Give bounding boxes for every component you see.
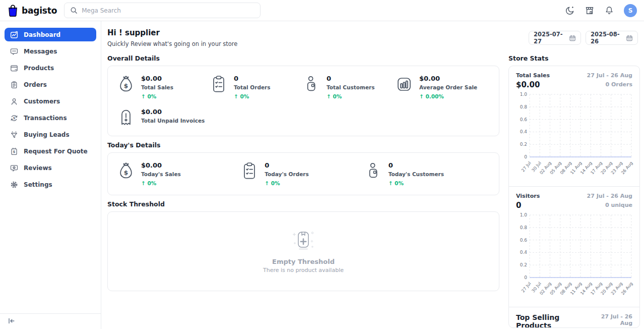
date-range-filter: 2025-07-27 2025-08-26 [529,31,638,45]
sidebar-item-messages[interactable]: Messages [5,44,96,58]
stat-average-order-sale: $0.00 Average Order Sale ↑ 0.00% [396,75,489,99]
total-sales-chart: 1.00.80.60.40.2027 Jul30 Jul02 Aug05 Aug… [516,91,632,183]
empty-box-icon [292,230,314,252]
stat-total-sales: $0.00 Total Sales ↑ 0% [118,75,211,99]
svg-text:$: $ [13,150,16,154]
svg-text:0.4: 0.4 [520,250,528,255]
empty-state-subtitle: There is no product available [263,267,344,273]
dashboard-icon [10,31,18,39]
svg-text:0: 0 [524,275,527,280]
search-icon [70,7,78,14]
svg-text:0.6: 0.6 [520,117,528,122]
svg-text:0: 0 [524,154,527,159]
sidebar-item-orders[interactable]: Orders [5,78,96,91]
reviews-icon [10,164,18,172]
messages-icon [10,47,18,56]
unpaid-invoice-icon [118,108,134,127]
stat-todays-orders: 0 Today's Orders ↑ 0% [241,161,365,186]
transactions-icon: $ [10,114,18,122]
mega-search[interactable] [64,3,261,18]
money-bag-icon [118,75,134,94]
svg-text:27 Jul: 27 Jul [521,160,532,173]
sidebar-item-request-for-quote[interactable]: $ Request For Quote [5,144,96,158]
svg-text:$: $ [13,116,16,120]
sidebar-item-customers[interactable]: Customers [5,94,96,108]
overall-details-card: $0.00 Total Sales ↑ 0% 0 Total Orders ↑ … [107,66,499,136]
sidebar-item-dashboard[interactable]: Dashboard [5,28,96,41]
todays-details-card: $0.00 Today's Sales ↑ 0% 0 Today's Order… [107,152,499,195]
store-stats-card: Total Sales $0.00 27 Jul - 26 Aug 0 Orde… [508,66,640,328]
main-content: Hi ! supplier Quickly Review what's goin… [101,21,644,329]
user-avatar[interactable]: S [624,4,637,17]
date-to-input[interactable]: 2025-08-26 [586,31,638,45]
delta-badge: ↑ 0% [234,93,271,99]
store-stats-heading: Store Stats [508,54,640,62]
orders-icon [10,81,18,89]
store-stats-visitors-section: Visitors 0 27 Jul - 26 Aug 0 unique 1.00… [509,186,639,307]
settings-icon [10,181,18,189]
svg-text:0.6: 0.6 [520,238,528,243]
page-subtitle: Quickly Review what's going on in your s… [107,40,237,47]
stat-total-orders: 0 Total Orders ↑ 0% [211,75,303,99]
search-input[interactable] [82,7,254,14]
money-bag-icon [118,161,134,181]
orders-clipboard-icon [211,75,227,94]
date-from-input[interactable]: 2025-07-27 [529,31,581,45]
sidebar-item-reviews[interactable]: Reviews [5,161,96,175]
customer-icon [365,161,381,181]
stock-threshold-card: Empty Threshold There is no product avai… [107,211,499,291]
svg-text:1.0: 1.0 [520,212,528,217]
shopping-bag-logo-icon [7,4,19,17]
svg-text:27 Jul: 27 Jul [521,281,532,294]
page-title: Hi ! supplier [107,28,237,37]
store-icon[interactable] [585,6,595,16]
date-range-label: 27 Jul - 26 Aug [587,72,632,79]
store-stats-total-sales-section: Total Sales $0.00 27 Jul - 26 Aug 0 Orde… [509,66,639,186]
svg-text:0.8: 0.8 [520,104,528,109]
sidebar-footer [0,313,101,329]
svg-text:0.8: 0.8 [520,225,528,230]
customers-icon [10,97,18,105]
stat-todays-sales: $0.00 Today's Sales ↑ 0% [118,161,241,186]
empty-state-title: Empty Threshold [272,258,335,265]
brand-name: bagisto [22,6,57,16]
bell-icon[interactable] [604,6,614,16]
date-range-label: 27 Jul - 26 Aug [587,193,632,199]
calendar-icon [626,34,633,42]
overall-details-heading: Overall Details [107,54,499,62]
topbar: bagisto S [0,0,644,21]
delta-badge: ↑ 0% [389,180,444,186]
stock-threshold-heading: Stock Threshold [107,200,499,208]
sidebar: Dashboard Messages Products [0,21,101,329]
sidebar-item-transactions[interactable]: $ Transactions [5,111,96,125]
stat-todays-customers: 0 Today's Customers ↑ 0% [365,161,489,186]
collapse-sidebar-icon[interactable] [7,317,15,325]
svg-text:1.0: 1.0 [520,92,528,97]
top-selling-products-section: Top Selling Products 27 Jul - 26 Aug [509,307,639,328]
sidebar-item-settings[interactable]: Settings [5,178,96,191]
delta-badge: ↑ 0% [327,93,375,99]
delta-badge: ↑ 0% [265,180,308,186]
svg-text:0.2: 0.2 [520,262,527,267]
stat-total-customers: 0 Total Customers ↑ 0% [303,75,396,99]
moon-icon[interactable] [565,6,575,16]
bar-chart-icon [396,75,412,94]
svg-text:0.4: 0.4 [520,129,528,134]
bagisto-logo[interactable]: bagisto [7,4,57,17]
sidebar-item-buying-leads[interactable]: Buying Leads [5,128,96,141]
request-for-quote-icon: $ [10,147,18,155]
customer-icon [303,75,319,94]
buying-leads-icon [10,131,18,139]
sidebar-item-products[interactable]: Products [5,61,96,75]
visitors-chart: 1.00.80.60.40.2027 Jul30 Jul02 Aug05 Aug… [516,212,632,304]
delta-badge: ↑ 0% [141,180,181,186]
stat-total-unpaid-invoices: $0.00 Total Unpaid Invoices [118,108,211,127]
svg-text:0.2: 0.2 [520,142,527,147]
delta-badge: ↑ 0.00% [419,93,477,99]
date-range-label: 27 Jul - 26 Aug [591,313,632,328]
orders-clipboard-icon [241,161,257,181]
delta-badge: ↑ 0% [141,93,173,99]
products-icon [10,64,18,72]
todays-details-heading: Today's Details [107,141,499,149]
calendar-icon [569,34,576,42]
